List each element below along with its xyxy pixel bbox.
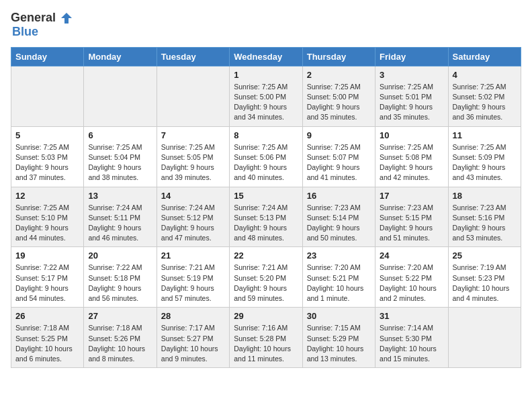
day-info: Sunrise: 7:25 AM Sunset: 5:00 PM Dayligh…	[234, 82, 298, 123]
day-info: Sunrise: 7:24 AM Sunset: 5:13 PM Dayligh…	[234, 203, 298, 244]
calendar-week-row: 5Sunrise: 7:25 AM Sunset: 5:03 PM Daylig…	[11, 126, 521, 187]
calendar-cell: 29Sunrise: 7:16 AM Sunset: 5:28 PM Dayli…	[230, 308, 302, 368]
calendar-cell: 27Sunrise: 7:18 AM Sunset: 5:26 PM Dayli…	[84, 308, 157, 368]
day-number: 2	[307, 70, 371, 80]
day-number: 24	[380, 250, 443, 261]
calendar-cell: 19Sunrise: 7:22 AM Sunset: 5:17 PM Dayli…	[11, 247, 84, 308]
day-number: 25	[453, 250, 517, 261]
day-info: Sunrise: 7:23 AM Sunset: 5:14 PM Dayligh…	[307, 203, 371, 244]
day-number: 1	[234, 70, 298, 80]
day-number: 7	[161, 130, 225, 140]
day-info: Sunrise: 7:20 AM Sunset: 5:22 PM Dayligh…	[380, 263, 443, 304]
day-info: Sunrise: 7:17 AM Sunset: 5:27 PM Dayligh…	[161, 323, 225, 364]
calendar-cell: 1Sunrise: 7:25 AM Sunset: 5:00 PM Daylig…	[230, 66, 302, 126]
header-thursday: Thursday	[302, 47, 375, 66]
calendar-cell: 18Sunrise: 7:23 AM Sunset: 5:16 PM Dayli…	[448, 187, 521, 247]
day-info: Sunrise: 7:16 AM Sunset: 5:28 PM Dayligh…	[234, 323, 298, 364]
calendar-cell: 4Sunrise: 7:25 AM Sunset: 5:02 PM Daylig…	[448, 66, 521, 126]
header-monday: Monday	[84, 47, 157, 66]
calendar-cell: 10Sunrise: 7:25 AM Sunset: 5:08 PM Dayli…	[375, 126, 448, 187]
day-number: 26	[15, 311, 79, 321]
calendar-header-row: SundayMondayTuesdayWednesdayThursdayFrid…	[11, 47, 521, 66]
day-info: Sunrise: 7:22 AM Sunset: 5:17 PM Dayligh…	[15, 263, 79, 304]
day-number: 5	[15, 130, 79, 140]
calendar-cell: 9Sunrise: 7:25 AM Sunset: 5:07 PM Daylig…	[302, 126, 375, 187]
day-info: Sunrise: 7:25 AM Sunset: 5:00 PM Dayligh…	[307, 82, 371, 123]
day-number: 3	[380, 70, 443, 80]
calendar-cell: 15Sunrise: 7:24 AM Sunset: 5:13 PM Dayli…	[230, 187, 302, 247]
day-info: Sunrise: 7:24 AM Sunset: 5:12 PM Dayligh…	[161, 203, 225, 244]
calendar-cell: 11Sunrise: 7:25 AM Sunset: 5:09 PM Dayli…	[448, 126, 521, 187]
day-info: Sunrise: 7:25 AM Sunset: 5:03 PM Dayligh…	[15, 142, 79, 183]
calendar-cell: 7Sunrise: 7:25 AM Sunset: 5:05 PM Daylig…	[157, 126, 229, 187]
header-tuesday: Tuesday	[157, 47, 229, 66]
day-number: 30	[307, 311, 371, 321]
calendar-cell	[448, 308, 521, 368]
day-number: 22	[234, 250, 298, 261]
day-number: 9	[307, 130, 371, 140]
day-info: Sunrise: 7:22 AM Sunset: 5:18 PM Dayligh…	[88, 263, 152, 304]
day-info: Sunrise: 7:25 AM Sunset: 5:05 PM Dayligh…	[161, 142, 225, 183]
header-wednesday: Wednesday	[230, 47, 302, 66]
svg-marker-0	[61, 13, 72, 24]
day-info: Sunrise: 7:25 AM Sunset: 5:04 PM Dayligh…	[88, 142, 152, 183]
day-number: 4	[453, 70, 517, 80]
calendar-cell: 12Sunrise: 7:25 AM Sunset: 5:10 PM Dayli…	[11, 187, 84, 247]
page-header: General Blue	[11, 11, 521, 39]
header-saturday: Saturday	[448, 47, 521, 66]
calendar-cell: 28Sunrise: 7:17 AM Sunset: 5:27 PM Dayli…	[157, 308, 229, 368]
day-number: 15	[234, 191, 298, 201]
day-number: 29	[234, 311, 298, 321]
calendar-week-row: 1Sunrise: 7:25 AM Sunset: 5:00 PM Daylig…	[11, 66, 521, 126]
day-number: 31	[380, 311, 443, 321]
calendar-cell	[84, 66, 157, 126]
day-number: 6	[88, 130, 152, 140]
day-info: Sunrise: 7:18 AM Sunset: 5:26 PM Dayligh…	[88, 323, 152, 364]
logo-container: General Blue	[11, 11, 72, 39]
calendar-week-row: 26Sunrise: 7:18 AM Sunset: 5:25 PM Dayli…	[11, 308, 521, 368]
day-number: 18	[453, 191, 517, 201]
calendar-cell: 14Sunrise: 7:24 AM Sunset: 5:12 PM Dayli…	[157, 187, 229, 247]
logo: General Blue	[11, 11, 72, 39]
day-info: Sunrise: 7:18 AM Sunset: 5:25 PM Dayligh…	[15, 323, 79, 364]
day-number: 11	[453, 130, 517, 140]
day-number: 13	[88, 191, 152, 201]
calendar-cell	[11, 66, 84, 126]
calendar-cell: 17Sunrise: 7:23 AM Sunset: 5:15 PM Dayli…	[375, 187, 448, 247]
day-number: 28	[161, 311, 225, 321]
calendar-table: SundayMondayTuesdayWednesdayThursdayFrid…	[11, 47, 521, 368]
day-number: 20	[88, 250, 152, 261]
header-friday: Friday	[375, 47, 448, 66]
day-number: 16	[307, 191, 371, 201]
calendar-cell: 26Sunrise: 7:18 AM Sunset: 5:25 PM Dayli…	[11, 308, 84, 368]
logo-blue: Blue	[12, 26, 38, 39]
day-info: Sunrise: 7:25 AM Sunset: 5:09 PM Dayligh…	[453, 142, 517, 183]
day-info: Sunrise: 7:25 AM Sunset: 5:01 PM Dayligh…	[380, 82, 443, 123]
day-number: 8	[234, 130, 298, 140]
calendar-cell: 24Sunrise: 7:20 AM Sunset: 5:22 PM Dayli…	[375, 247, 448, 308]
calendar-cell: 8Sunrise: 7:25 AM Sunset: 5:06 PM Daylig…	[230, 126, 302, 187]
day-number: 23	[307, 250, 371, 261]
day-info: Sunrise: 7:23 AM Sunset: 5:16 PM Dayligh…	[453, 203, 517, 244]
day-number: 10	[380, 130, 443, 140]
day-info: Sunrise: 7:24 AM Sunset: 5:11 PM Dayligh…	[88, 203, 152, 244]
calendar-cell: 6Sunrise: 7:25 AM Sunset: 5:04 PM Daylig…	[84, 126, 157, 187]
day-info: Sunrise: 7:25 AM Sunset: 5:10 PM Dayligh…	[15, 203, 79, 244]
day-info: Sunrise: 7:14 AM Sunset: 5:30 PM Dayligh…	[380, 323, 443, 364]
calendar-week-row: 19Sunrise: 7:22 AM Sunset: 5:17 PM Dayli…	[11, 247, 521, 308]
calendar-cell: 25Sunrise: 7:19 AM Sunset: 5:23 PM Dayli…	[448, 247, 521, 308]
calendar-cell: 16Sunrise: 7:23 AM Sunset: 5:14 PM Dayli…	[302, 187, 375, 247]
logo-bird-icon	[57, 11, 72, 26]
day-number: 19	[15, 250, 79, 261]
day-info: Sunrise: 7:25 AM Sunset: 5:08 PM Dayligh…	[380, 142, 443, 183]
day-info: Sunrise: 7:19 AM Sunset: 5:23 PM Dayligh…	[453, 263, 517, 304]
calendar-week-row: 12Sunrise: 7:25 AM Sunset: 5:10 PM Dayli…	[11, 187, 521, 247]
calendar-cell: 21Sunrise: 7:21 AM Sunset: 5:19 PM Dayli…	[157, 247, 229, 308]
day-info: Sunrise: 7:23 AM Sunset: 5:15 PM Dayligh…	[380, 203, 443, 244]
calendar-cell	[157, 66, 229, 126]
day-info: Sunrise: 7:15 AM Sunset: 5:29 PM Dayligh…	[307, 323, 371, 364]
day-number: 27	[88, 311, 152, 321]
day-info: Sunrise: 7:20 AM Sunset: 5:21 PM Dayligh…	[307, 263, 371, 304]
day-number: 21	[161, 250, 225, 261]
day-info: Sunrise: 7:25 AM Sunset: 5:06 PM Dayligh…	[234, 142, 298, 183]
